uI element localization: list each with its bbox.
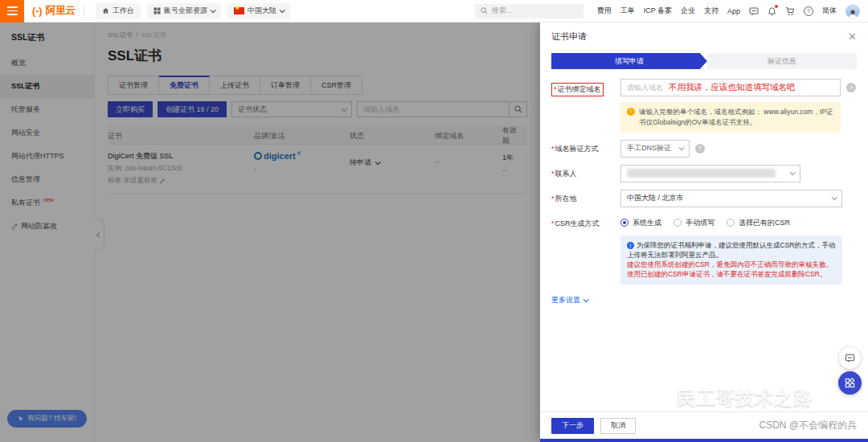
nav-link-support[interactable]: 支持	[704, 6, 719, 16]
annotation-text: 不用我讲，应该也知道填写域名吧	[669, 82, 796, 93]
cart-icon[interactable]	[785, 6, 795, 16]
step-indicator: 填写申请 验证信息	[551, 53, 857, 69]
chevron-down-icon	[832, 194, 837, 200]
search-placeholder: 搜索...	[492, 6, 513, 16]
drawer-title: 证书申请	[551, 31, 587, 43]
domain-input[interactable]: 请输入域名 不用我讲，应该也知道填写域名吧	[620, 79, 841, 96]
help-question-icon[interactable]: ?	[804, 6, 813, 16]
chevron-down-icon	[280, 7, 285, 13]
message-console-icon[interactable]	[749, 6, 759, 16]
domain-input-placeholder: 请输入域名	[627, 83, 663, 93]
drawer-footer: 下一步 取消 CSDN @不会编程的兵	[540, 411, 868, 439]
csdn-watermark: CSDN @不会编程的兵	[759, 419, 857, 432]
radio-icon	[727, 219, 735, 227]
info-icon: i	[627, 242, 634, 249]
nav-link-billing[interactable]: 费用	[597, 6, 612, 16]
contact-label: *联系人	[551, 165, 620, 182]
region-field-label: *所在地	[551, 190, 620, 207]
verify-method-select[interactable]: 手工DNS验证	[620, 140, 690, 158]
hamburger-menu-icon[interactable]	[0, 0, 24, 23]
drawer-overlay-mask[interactable]	[0, 23, 540, 442]
csr-warning-line: 使用已创建的CSR申请证书，请不要在证书签发完成前删除CSR。	[627, 269, 836, 279]
next-step-button[interactable]: 下一步	[551, 418, 594, 434]
resource-scope-label: 账号全部资源	[164, 6, 207, 16]
cancel-button[interactable]: 取消	[600, 418, 636, 434]
drawer-header: 证书申请 ✕	[540, 23, 868, 50]
radio-icon	[620, 219, 628, 227]
chat-bubble-icon	[845, 353, 855, 363]
home-icon	[102, 7, 109, 14]
workbench-button[interactable]: 工作台	[96, 3, 141, 19]
apply-form: *证书绑定域名 请输入域名 不用我讲，应该也知道填写域名吧 ? ! 请输入完整的…	[540, 69, 868, 284]
aliyun-ssl-console: (-)阿里云 工作台 账号全部资源 ★ 中国大陆 搜索... 费用 工单 ICP…	[0, 0, 868, 442]
logo-text: 阿里云	[46, 4, 76, 18]
step-fill-application: 填写申请	[551, 53, 707, 69]
chevron-down-icon	[583, 297, 589, 302]
region-select[interactable]: 中国大陆 / 北京市	[620, 190, 842, 207]
annotation-red-box: *证书绑定域名	[551, 83, 604, 96]
csr-method-label: *CSR生成方式	[551, 215, 620, 284]
csr-warning-line: 建议您使用系统创建的CSR，避免因内容不正确而导致的审核失败。	[627, 260, 836, 269]
radio-existing-csr[interactable]: 选择已有的CSR	[727, 218, 790, 228]
nav-link-tickets[interactable]: 工单	[620, 6, 635, 16]
notification-dot	[775, 5, 778, 8]
nav-link-app[interactable]: App	[727, 7, 740, 15]
csr-radio-group: 系统生成 手动填写 选择已有的CSR	[620, 215, 857, 228]
language-switch[interactable]: 简体	[822, 6, 837, 16]
chevron-down-icon	[679, 145, 685, 150]
navbar-right: 搜索... 费用 工单 ICP 备案 企业 支持 App ? 简体	[475, 4, 868, 18]
app-grid-button[interactable]	[838, 371, 862, 395]
region-selector[interactable]: ★ 中国大陆	[227, 3, 290, 19]
notifications-bell-icon[interactable]	[768, 6, 776, 16]
drawer-bottom-accent	[540, 439, 868, 442]
region-label: 中国大陆	[248, 6, 276, 16]
feedback-chat-button[interactable]	[839, 347, 861, 369]
resource-scope-selector[interactable]: 账号全部资源	[147, 3, 221, 19]
chevron-down-icon	[790, 170, 796, 175]
search-icon	[481, 7, 488, 14]
contact-select[interactable]	[620, 165, 800, 182]
nav-link-icp[interactable]: ICP 备案	[644, 6, 672, 16]
global-search-input[interactable]: 搜索...	[475, 4, 583, 18]
workbench-label: 工作台	[113, 6, 134, 16]
user-avatar[interactable]	[845, 4, 860, 18]
radio-system-generated[interactable]: 系统生成	[620, 218, 661, 228]
chevron-down-icon	[211, 7, 216, 13]
warning-icon: !	[627, 108, 635, 116]
radio-icon	[674, 219, 682, 227]
help-icon[interactable]: ?	[846, 83, 856, 92]
csr-info-note: i为保障您的证书顺利申请，建议您使用默认生成CSR的方式，手动上传将无法部署到阿…	[620, 235, 842, 284]
nav-link-enterprise[interactable]: 企业	[681, 6, 695, 16]
verify-method-label: *域名验证方式	[551, 140, 620, 158]
grid-icon	[154, 7, 161, 14]
top-navbar: (-)阿里云 工作台 账号全部资源 ★ 中国大陆 搜索... 费用 工单 ICP…	[0, 0, 868, 23]
help-icon[interactable]: ?	[695, 144, 705, 153]
domain-format-note: ! 请输入完整的单个域名，域名格式例如： www.aliyun.com，IP证书…	[620, 102, 841, 133]
aliyun-logo[interactable]: (-)阿里云	[32, 4, 76, 18]
redacted-contact-value	[627, 169, 776, 178]
logo-mark: (-)	[32, 6, 43, 17]
close-icon[interactable]: ✕	[848, 31, 857, 42]
china-flag-icon: ★	[234, 7, 244, 14]
radio-manual-fill[interactable]: 手动填写	[674, 218, 714, 228]
step-verify-info: 验证信息	[707, 53, 857, 69]
divider	[84, 6, 84, 17]
app-grid-icon	[845, 378, 855, 388]
domain-field-label: *证书绑定域名	[551, 79, 620, 133]
cert-apply-drawer: 证书申请 ✕ 填写申请 验证信息 *证书绑定域名 请输入域名 不用我讲，应该也知…	[540, 23, 868, 442]
more-settings-link[interactable]: 更多设置	[551, 295, 588, 305]
